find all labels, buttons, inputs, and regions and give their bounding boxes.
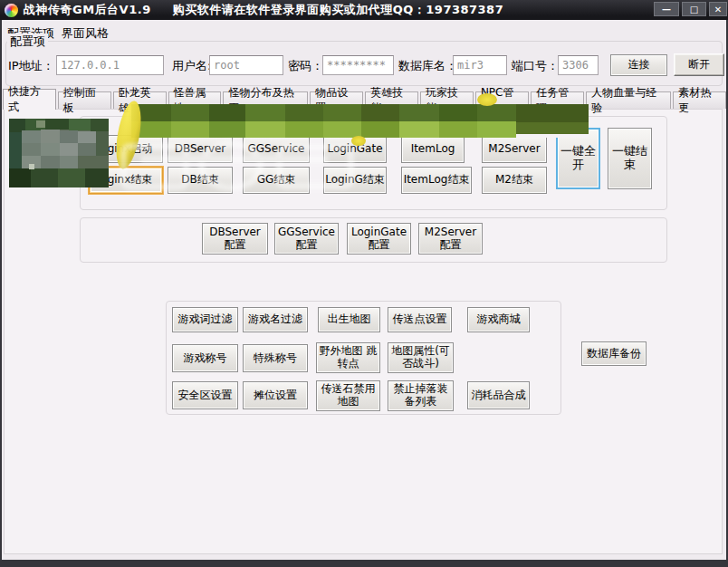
logingate-config-button[interactable]: LoginGate 配置 (347, 223, 411, 255)
tab-hp-exp[interactable]: 人物血量与经验 (586, 91, 671, 109)
port-input[interactable] (558, 55, 599, 75)
dbserver-config-button[interactable]: DBServer 配置 (202, 223, 268, 255)
tab-control-panel[interactable]: 控制面板 (58, 91, 111, 109)
title-bar: 战神传奇GM后台V1.9 购买软件请在软件登录界面购买或加代理QQ：197387… (0, 0, 728, 20)
gg-stop-button[interactable]: GG结束 (243, 167, 310, 194)
password-input[interactable] (322, 55, 394, 75)
game-mall-button[interactable]: 游戏商城 (467, 307, 530, 332)
port-label: 端口号： (512, 58, 559, 74)
teleport-stone-ban-button[interactable]: 传送石禁用地图 (316, 380, 380, 411)
nginx-stop-button[interactable]: Nginx结束 (89, 167, 163, 194)
connect-button[interactable]: 连接 (610, 54, 667, 76)
window-title: 战神传奇GM后台V1.9 (24, 2, 151, 18)
itemlog-stop-button[interactable]: ItemLog结束 (401, 167, 472, 194)
username-label: 用户名: (172, 58, 211, 74)
wild-map-jump-button[interactable]: 野外地图 跳转点 (316, 342, 380, 373)
ip-label: IP地址： (8, 58, 54, 74)
m2server-button[interactable]: M2Server (482, 135, 547, 163)
stall-settings-button[interactable]: 摊位设置 (243, 381, 308, 409)
no-drop-equip-button[interactable]: 禁止掉落装备列表 (388, 380, 454, 411)
safe-zone-button[interactable]: 安全区设置 (172, 381, 238, 409)
teleport-point-button[interactable]: 传送点设置 (388, 307, 452, 332)
one-key-start-all-button[interactable]: 一键全开 (556, 128, 600, 189)
ggservice-button[interactable]: GGService (243, 135, 310, 163)
ggservice-config-button[interactable]: GGService 配置 (274, 223, 339, 255)
consumable-craft-button[interactable]: 消耗品合成 (467, 381, 530, 409)
disconnect-button[interactable]: 断开 (674, 53, 724, 76)
tab-task-manage[interactable]: 任务管理 (531, 91, 584, 109)
spawn-map-button[interactable]: 出生地图 (318, 307, 380, 332)
name-filter-button[interactable]: 游戏名过滤 (243, 307, 308, 332)
app-window: 战神传奇GM后台V1.9 购买软件请在软件登录界面购买或加代理QQ：197387… (0, 0, 728, 567)
ip-input[interactable] (56, 55, 164, 75)
close-icon: ✕ (714, 5, 722, 14)
tab-hero-skills[interactable]: 英雄技能 (365, 91, 418, 109)
game-title-button[interactable]: 游戏称号 (172, 344, 238, 372)
tab-wolong-hero[interactable]: 卧龙英雄 (113, 91, 167, 109)
m2-stop-button[interactable]: M2结束 (482, 167, 547, 194)
itemlog-button[interactable]: ItemLog (401, 135, 465, 163)
tab-item-settings[interactable]: 物品设置 (310, 91, 363, 109)
maximize-button[interactable]: □ (682, 2, 706, 16)
purchase-notice: 购买软件请在软件登录界面购买或加代理QQ：197387387 (173, 2, 504, 18)
loging-stop-button[interactable]: LoginG结束 (323, 167, 387, 194)
tab-player-skills[interactable]: 玩家技能 (420, 91, 474, 109)
dbserver-button[interactable]: DBServer (168, 135, 233, 163)
database-input[interactable] (453, 55, 507, 75)
username-input[interactable] (209, 55, 283, 75)
tab-strip: 快捷方式 控制面板 卧龙英雄 怪兽属性 怪物分布及热更 物品设置 英雄技能 玩家… (3, 89, 728, 110)
db-stop-button[interactable]: DB结束 (168, 167, 233, 194)
special-title-button[interactable]: 特殊称号 (243, 344, 308, 372)
tab-npc-manage[interactable]: NPC管理 (475, 91, 529, 109)
word-filter-button[interactable]: 游戏词过滤 (172, 307, 238, 332)
tab-material-update[interactable]: 素材热更 (673, 91, 726, 109)
tab-monster-attr[interactable]: 怪兽属性 (168, 91, 222, 109)
database-label: 数据库名： (398, 58, 457, 74)
maximize-icon: □ (690, 5, 698, 14)
minimize-icon: — (662, 5, 671, 14)
nginx-start-button[interactable]: Nginx启动 (89, 135, 163, 163)
one-key-stop-all-button[interactable]: 一键结束 (608, 128, 652, 189)
map-attr-combat-button[interactable]: 地图属性(可否战斗) (388, 342, 454, 373)
config-group-title: 配置项 (7, 34, 48, 50)
minimize-button[interactable]: — (654, 2, 679, 16)
close-button[interactable]: ✕ (709, 2, 727, 16)
password-label: 密码： (288, 58, 323, 74)
m2server-config-button[interactable]: M2Server 配置 (418, 223, 483, 255)
tab-shortcuts[interactable]: 快捷方式 (3, 89, 56, 110)
database-backup-button[interactable]: 数据库备份 (581, 341, 647, 366)
logingate-button[interactable]: LoginGate (323, 135, 387, 163)
tab-monster-distribution[interactable]: 怪物分布及热更 (223, 91, 308, 109)
app-icon (5, 4, 18, 17)
